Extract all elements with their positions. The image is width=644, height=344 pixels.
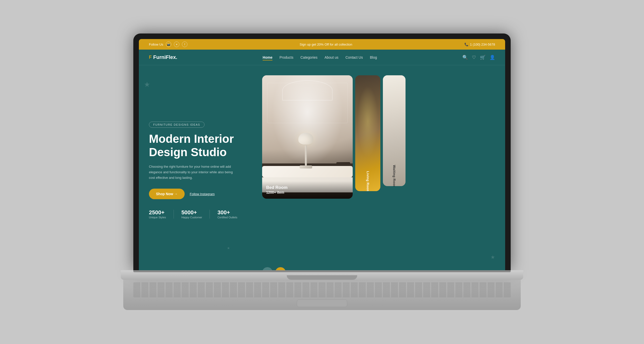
nav-item-contact[interactable]: Contact Us — [345, 55, 363, 60]
search-icon[interactable]: 🔍 — [462, 55, 468, 60]
follow-us-label: Follow Us — [149, 43, 163, 46]
hero-cards: Bed Room 1200+ item Living Room — [262, 73, 495, 265]
star-decoration-1: ★ — [144, 80, 150, 89]
wishlist-icon[interactable]: ♡ — [472, 55, 476, 60]
laptop-hinge — [133, 270, 511, 272]
twitter-social-icon[interactable]: ✕ — [174, 42, 179, 47]
navbar: F FurniFlex. Home Products Categories Ab… — [139, 50, 505, 65]
hero-buttons: Shop Now → Follow Instagram — [149, 189, 255, 199]
nav-item-blog[interactable]: Blog — [370, 55, 377, 60]
laptop-base — [121, 270, 523, 280]
stat-divider-1 — [174, 210, 174, 219]
follow-instagram-button[interactable]: Follow Instagram — [190, 192, 215, 196]
bedroom-card[interactable]: Bed Room 1200+ item — [262, 75, 353, 199]
keyboard-keys — [133, 282, 511, 297]
tag-badge: FURNITURE DESIGNS IDEAS — [149, 122, 205, 128]
nav-item-about[interactable]: About us — [325, 55, 338, 60]
nav-links: Home Products Categories About us Contac… — [263, 55, 377, 60]
nav-item-categories[interactable]: Categories — [300, 55, 317, 60]
stat-certified-outlets: 300+ Certified Outlets — [217, 209, 237, 219]
lamp-foot — [300, 165, 312, 168]
prev-arrow-button[interactable]: ← — [262, 267, 273, 270]
logo-text: FurniFlex. — [153, 54, 177, 60]
hero-section: ★ ★ ★ FURNITURE DESIGNS IDEAS Modern Int… — [139, 65, 505, 270]
waitingroom-card[interactable]: Waiting Room — [383, 75, 406, 186]
promo-text: Sign up get 20% Off for all collection — [300, 43, 352, 46]
bedroom-count: 1200+ item — [266, 190, 284, 194]
stat-unique-styles: 2500+ Unique Styles — [149, 209, 166, 219]
laptop-wrapper: Follow Us 📷 ✕ f Sign up get 20% Off for … — [102, 33, 542, 311]
facebook-social-icon[interactable]: f — [182, 42, 187, 47]
logo: F FurniFlex. — [149, 54, 177, 60]
instagram-social-icon[interactable]: 📷 — [166, 42, 171, 47]
hero-content: FURNITURE DESIGNS IDEAS Modern Interior … — [149, 73, 255, 265]
hero-title: Modern Interior Design Studio — [149, 132, 255, 159]
lamp — [298, 133, 313, 168]
stats-section: 2500+ Unique Styles 5000+ Happy Customer… — [149, 209, 255, 219]
topbar-left: Follow Us 📷 ✕ f — [149, 42, 187, 47]
card-navigation: ← → — [262, 267, 286, 270]
bedroom-label: Bed Room — [266, 185, 349, 190]
nav-icons: 🔍 ♡ 🛒 👤 — [462, 55, 495, 60]
waitingroom-label: Waiting Room — [392, 165, 396, 186]
shop-now-button[interactable]: Shop Now → — [149, 189, 185, 199]
bedroom-card-overlay: Bed Room 1200+ item — [262, 181, 353, 199]
livingroom-card[interactable]: Living Room — [355, 75, 380, 191]
next-arrow-button[interactable]: → — [275, 267, 286, 270]
phone-icon: 📞 — [464, 43, 468, 46]
nav-item-home[interactable]: Home — [263, 55, 272, 60]
website: Follow Us 📷 ✕ f Sign up get 20% Off for … — [139, 39, 505, 270]
logo-icon: F — [149, 55, 152, 60]
hero-description: Choosing the right furniture for your ho… — [149, 164, 239, 181]
topbar: Follow Us 📷 ✕ f Sign up get 20% Off for … — [139, 39, 505, 50]
lamp-base — [305, 145, 307, 165]
laptop-keyboard — [123, 280, 521, 310]
star-decoration-3: ★ — [227, 246, 230, 250]
stat-divider-2 — [210, 210, 210, 219]
laptop-notch — [287, 275, 357, 280]
topbar-phone: 📞 1 (100) 234-5678 — [464, 43, 495, 46]
trackpad — [297, 299, 347, 307]
cart-icon[interactable]: 🛒 — [480, 55, 486, 60]
livingroom-label: Living Room — [366, 171, 370, 191]
laptop-screen: Follow Us 📷 ✕ f Sign up get 20% Off for … — [133, 33, 511, 270]
website-container: Follow Us 📷 ✕ f Sign up get 20% Off for … — [139, 39, 505, 270]
user-icon[interactable]: 👤 — [490, 55, 495, 60]
stat-happy-customer: 5000+ Happy Customer — [181, 209, 202, 219]
nav-item-products[interactable]: Products — [279, 55, 293, 60]
lamp-shade — [298, 133, 313, 145]
wall-panel — [267, 83, 348, 123]
